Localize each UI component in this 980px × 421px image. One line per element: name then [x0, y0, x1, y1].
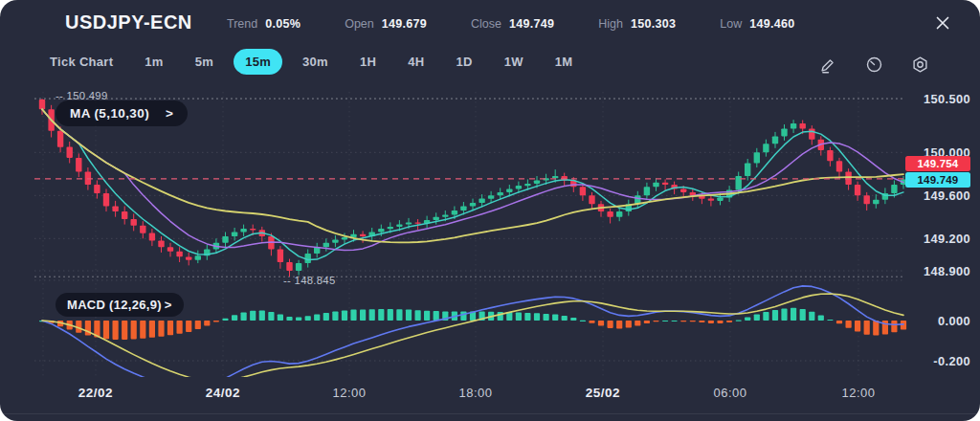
- time-axis-label: 12:00: [841, 386, 875, 400]
- stat-label: Close: [471, 17, 501, 31]
- price-axis-label: 150.500: [924, 92, 970, 106]
- time-axis-label: 12:00: [332, 386, 366, 400]
- tab-tick-chart[interactable]: Tick Chart: [38, 49, 124, 75]
- ma10-line: [42, 109, 903, 250]
- tab-1h[interactable]: 1H: [348, 49, 388, 75]
- tab-30m[interactable]: 30m: [291, 49, 340, 75]
- pencil-icon: [818, 55, 838, 75]
- symbol-title: USDJPY-ECN: [65, 11, 192, 33]
- stat-low: Low149.460: [720, 17, 794, 31]
- stat-value: 149.460: [749, 17, 794, 31]
- stat-trend: Trend0.05%: [227, 17, 301, 31]
- price-axis-label: 148.900: [924, 264, 970, 278]
- stat-high: High150.303: [598, 17, 676, 31]
- time-axis-label: 06:00: [713, 386, 746, 400]
- tab-1m[interactable]: 1m: [133, 49, 174, 75]
- tab-1m[interactable]: 1M: [544, 49, 585, 75]
- stat-open: Open149.679: [345, 17, 427, 31]
- stat-value: 149.749: [509, 17, 554, 31]
- stat-value: 150.303: [631, 17, 676, 31]
- ask-price-badge: 149.754: [905, 156, 970, 171]
- ma-indicator-pill[interactable]: MA (5,10,30) >: [56, 100, 188, 126]
- low-marker-label: -- 148.845: [283, 275, 336, 286]
- gauge-icon: [864, 55, 884, 75]
- stat-label: High: [598, 17, 623, 31]
- tab-5m[interactable]: 5m: [184, 49, 225, 75]
- stat-value: 149.679: [382, 17, 427, 31]
- price-axis-label: 149.200: [924, 232, 970, 246]
- macd-indicator-label: MACD (12,26,9): [67, 298, 162, 312]
- panel-bottom-edge: [0, 413, 980, 414]
- timeframe-tabs: Tick Chart1m5m15m30m1H4H1D1W1M: [38, 49, 584, 75]
- ma5-line: [42, 109, 903, 259]
- chevron-right-icon: >: [166, 106, 173, 121]
- settings-button[interactable]: [910, 55, 930, 75]
- macd-indicator-pill[interactable]: MACD (12,26,9) >: [56, 293, 184, 317]
- tab-15m[interactable]: 15m: [234, 49, 282, 75]
- time-axis-label: 18:00: [458, 386, 492, 400]
- stat-label: Open: [345, 17, 374, 31]
- ma-indicator-label: MA (5,10,30): [70, 106, 149, 121]
- last-price-badge: 149.749: [905, 172, 970, 188]
- tab-4h[interactable]: 4H: [396, 49, 435, 75]
- stat-label: Low: [720, 17, 742, 31]
- stat-value: 0.05%: [265, 17, 301, 31]
- close-button[interactable]: [932, 12, 953, 33]
- price-axis-label: 149.600: [924, 188, 970, 203]
- ohlc-stats-row: Trend0.05%Open149.679Close149.749High150…: [227, 17, 795, 31]
- time-axis-label: 25/02: [586, 386, 620, 400]
- chart-tools: [818, 55, 930, 75]
- time-axis-label: 22/02: [78, 386, 113, 400]
- gauge-button[interactable]: [864, 55, 884, 75]
- tab-1d[interactable]: 1D: [444, 49, 483, 75]
- macd-axis-label: 0.000: [938, 314, 970, 328]
- macd-axis-label: -0.200: [933, 354, 970, 368]
- chart-panel: 150.500150.000149.600149.200148.9000.000…: [0, 0, 980, 421]
- chevron-right-icon: >: [165, 298, 172, 312]
- gear-icon: [910, 55, 930, 75]
- tab-1w[interactable]: 1W: [493, 49, 535, 75]
- stat-label: Trend: [227, 17, 257, 31]
- close-icon: [932, 12, 953, 33]
- stat-close: Close149.749: [471, 17, 554, 31]
- draw-button[interactable]: [818, 55, 838, 75]
- time-axis-label: 24/02: [206, 386, 240, 400]
